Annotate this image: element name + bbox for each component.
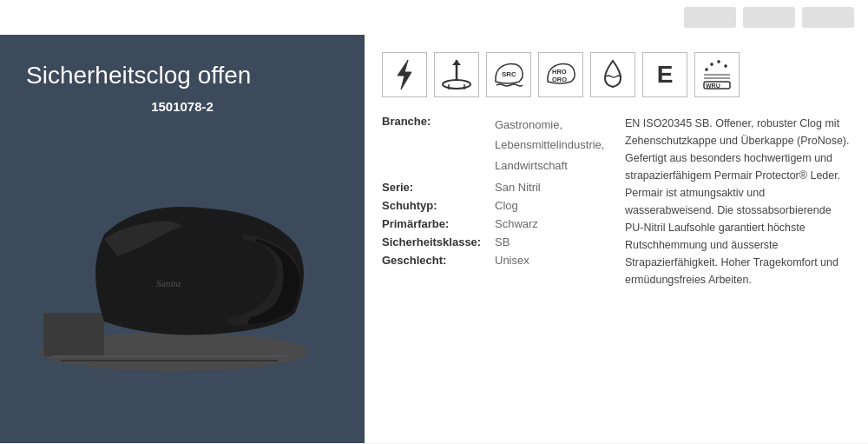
geschlecht-value: Unisex [495,254,529,267]
serie-row: Serie: San Nitril [382,181,608,194]
serie-value: San Nitril [495,181,541,194]
product-sku: 1501078-2 [26,99,339,114]
top-bar [0,0,868,35]
primarfarbe-row: Primärfarbe: Schwarz [382,217,608,230]
top-bar-button-1[interactable] [684,7,736,28]
branche-value: Gastronomie,Lebensmittelindustrie,Landwi… [495,115,604,176]
product-title: Sicherheitsclog offen [26,61,339,90]
svg-text:Sanita: Sanita [156,278,181,288]
schuhtyp-row: Schuhtyp: Clog [382,199,608,212]
top-bar-button-3[interactable] [802,7,854,28]
energy-absorption-icon: E [642,52,687,97]
svg-text:HRO: HRO [552,68,567,76]
geschlecht-label: Geschlecht: [382,254,495,267]
svg-marker-8 [452,60,461,65]
main-content: Sicherheitsclog offen 1501078-2 Sanita [0,35,868,443]
svg-marker-5 [398,60,411,89]
right-panel: SRC HRO ORO [365,35,868,443]
branche-row: Branche: Gastronomie,Lebensmittelindustr… [382,115,608,176]
product-description: EN ISO20345 SB. Offener, robuster Clog m… [625,115,851,288]
sole-protection-icon [434,52,479,97]
schuhtyp-value: Clog [495,199,518,212]
icons-row: SRC HRO ORO [382,52,851,97]
svg-rect-1 [43,313,104,356]
wru-icon: WRU [694,52,740,97]
primarfarbe-value: Schwarz [495,217,538,230]
branche-label: Branche: [382,115,495,176]
sicherheitsklasse-value: SB [495,235,510,249]
water-repellent-icon [590,52,635,97]
geschlecht-row: Geschlecht: Unisex [382,254,608,267]
svg-text:SRC: SRC [502,70,516,78]
product-image-area: Sanita [26,131,339,426]
details-table: Branche: Gastronomie,Lebensmittelindustr… [382,115,608,288]
hro-oro-icon: HRO ORO [538,52,583,97]
sicherheitsklasse-label: Sicherheitsklasse: [382,235,495,249]
top-bar-button-2[interactable] [743,7,795,28]
left-panel: Sicherheitsclog offen 1501078-2 Sanita [0,35,365,443]
details-and-description: Branche: Gastronomie,Lebensmittelindustr… [382,115,851,288]
serie-label: Serie: [382,181,495,194]
primarfarbe-label: Primärfarbe: [382,217,495,230]
svg-text:WRU: WRU [706,83,720,89]
schuhtyp-label: Schuhtyp: [382,199,495,212]
lightning-icon [382,52,427,97]
sicherheitsklasse-row: Sicherheitsklasse: SB [382,235,608,249]
svg-point-6 [443,80,470,89]
src-icon: SRC [486,52,531,97]
svg-text:ORO: ORO [552,76,567,83]
product-image: Sanita [35,182,330,374]
